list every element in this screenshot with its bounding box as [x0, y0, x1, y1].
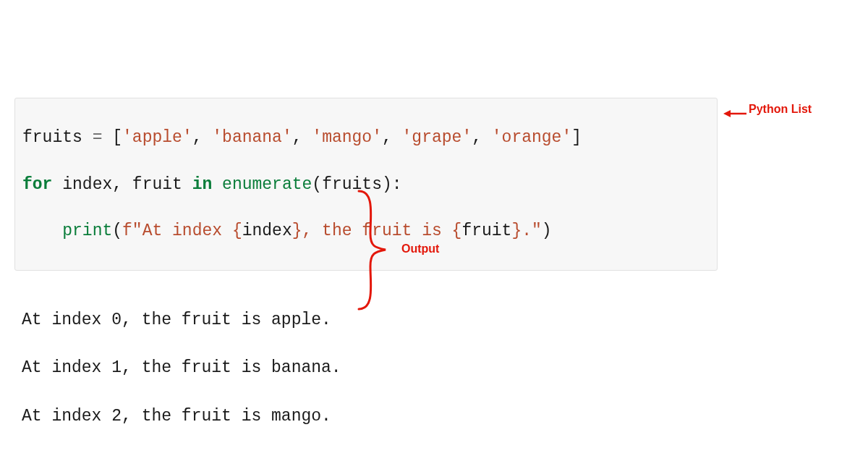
fexpr-fruit: fruit [461, 221, 511, 240]
brace-close: } [292, 221, 302, 240]
output-line-3: At index 3, the fruit is grape. [22, 453, 341, 456]
keyword-in: in [192, 175, 213, 194]
paren-open: ( [112, 221, 122, 240]
comma: , [472, 128, 492, 147]
string-orange: 'orange' [492, 128, 571, 147]
code-line-1: fruits = ['apple', 'banana', 'mango', 'g… [22, 126, 710, 149]
annotation-output: Output [401, 242, 439, 256]
paren-open: ( [312, 175, 322, 194]
output-line-0: At index 0, the fruit is apple. [22, 308, 341, 332]
indent [22, 221, 62, 240]
builtin-print: print [62, 221, 112, 240]
variable-index: index [62, 175, 112, 194]
keyword-for: for [22, 175, 52, 194]
brace-close: } [511, 221, 522, 240]
builtin-enumerate: enumerate [222, 175, 312, 194]
string-banana: 'banana' [212, 128, 292, 147]
curly-brace-icon [354, 187, 398, 313]
bracket-open: [ [112, 128, 122, 147]
fstring-prefix: f"At index [122, 221, 232, 240]
space [182, 175, 192, 194]
fexpr-index: index [242, 221, 292, 240]
fstring-suffix: ." [522, 221, 542, 240]
variable-fruits: fruits [22, 128, 82, 147]
brace-open: { [452, 221, 462, 240]
space [52, 175, 62, 194]
comma: , [382, 128, 402, 147]
svg-marker-1 [723, 110, 731, 117]
bracket-close: ] [571, 128, 582, 147]
string-apple: 'apple' [122, 128, 192, 147]
comma: , [292, 128, 312, 147]
variable-fruit: fruit [132, 175, 182, 194]
comma: , [192, 128, 213, 147]
string-grape: 'grape' [402, 128, 472, 147]
paren-close: ) [542, 221, 552, 240]
output-line-1: At index 1, the fruit is banana. [22, 356, 341, 380]
brace-open: { [232, 221, 242, 240]
output-line-2: At index 2, the fruit is mango. [22, 405, 341, 428]
output-block: At index 0, the fruit is apple. At index… [22, 284, 341, 456]
string-mango: 'mango' [312, 128, 382, 147]
operator-assign: = [82, 128, 112, 147]
space [212, 175, 222, 194]
arrow-left-icon [723, 106, 746, 123]
comma: , [112, 175, 132, 194]
annotation-python-list: Python List [749, 103, 812, 116]
